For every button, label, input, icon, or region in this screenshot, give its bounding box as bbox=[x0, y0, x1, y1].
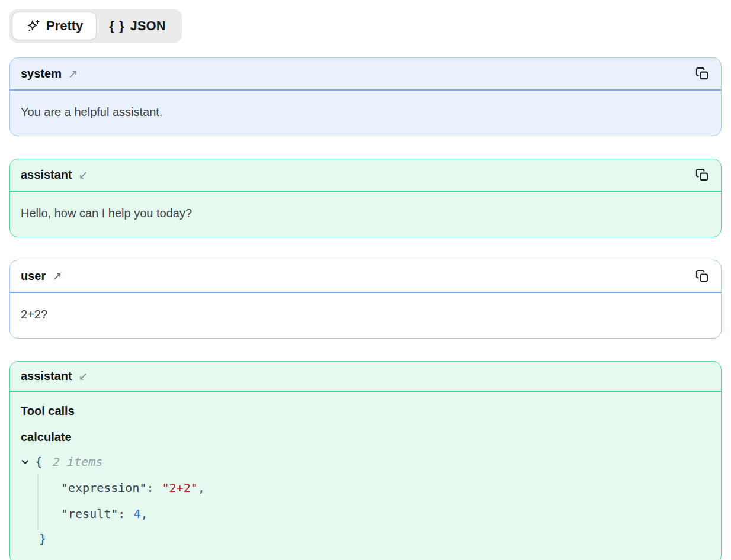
copy-icon bbox=[695, 67, 709, 81]
open-brace: { bbox=[35, 455, 42, 469]
role-label: system bbox=[21, 67, 62, 81]
json-key: "expression": bbox=[61, 481, 154, 495]
copy-button[interactable] bbox=[694, 167, 710, 183]
copy-button[interactable] bbox=[694, 268, 710, 284]
json-view-tab[interactable]: { } JSON bbox=[96, 12, 178, 40]
message-header: user ↗ bbox=[10, 260, 721, 293]
items-count-label: 2 items bbox=[53, 455, 102, 469]
json-property-row: "result": 4 , bbox=[21, 501, 710, 527]
pretty-view-tab[interactable]: Pretty bbox=[12, 12, 96, 40]
arrow-down-left-icon: ↙ bbox=[79, 169, 88, 181]
tool-name: calculate bbox=[21, 430, 710, 444]
comma: , bbox=[198, 481, 205, 495]
chevron-down-icon[interactable] bbox=[21, 458, 30, 466]
copy-icon bbox=[695, 168, 709, 182]
role-label: assistant bbox=[21, 369, 72, 383]
arrow-up-right-icon: ↗ bbox=[52, 271, 62, 282]
tool-calls-section: Tool calls calculate { 2 items "expressi… bbox=[10, 392, 721, 560]
message-header: assistant ↙ bbox=[10, 362, 721, 392]
tool-calls-heading: Tool calls bbox=[21, 404, 710, 418]
curly-braces-icon: { } bbox=[109, 18, 124, 34]
indent-guide bbox=[37, 474, 39, 530]
message-card-assistant-tool-calls: assistant ↙ Tool calls calculate { 2 ite… bbox=[9, 361, 722, 560]
sparkle-icon bbox=[25, 18, 41, 34]
json-tab-label: JSON bbox=[130, 18, 166, 34]
json-property-row: "expression": "2+2" , bbox=[21, 475, 710, 501]
json-key: "result": bbox=[61, 507, 125, 521]
json-number-value: 4 bbox=[133, 507, 140, 521]
role-label: assistant bbox=[21, 168, 72, 182]
view-mode-toggle: Pretty { } JSON bbox=[9, 9, 182, 43]
message-header: assistant ↙ bbox=[10, 159, 721, 192]
message-content: Hello, how can I help you today? bbox=[10, 192, 721, 237]
message-header: system ↗ bbox=[10, 58, 721, 91]
json-string-value: "2+2" bbox=[162, 481, 198, 495]
json-tree-close-row: } bbox=[21, 527, 710, 551]
close-brace: } bbox=[39, 532, 46, 546]
comma: , bbox=[140, 507, 148, 521]
pretty-tab-label: Pretty bbox=[46, 18, 83, 34]
json-tree-root-row: { 2 items bbox=[21, 449, 710, 475]
arrow-down-left-icon: ↙ bbox=[79, 371, 88, 382]
message-card-user: user ↗ 2+2? bbox=[9, 260, 722, 339]
arrow-up-right-icon: ↗ bbox=[68, 68, 78, 79]
message-content: You are a helpful assistant. bbox=[10, 91, 721, 136]
message-card-assistant: assistant ↙ Hello, how can I help you to… bbox=[9, 159, 722, 237]
message-content: 2+2? bbox=[10, 293, 721, 338]
copy-icon bbox=[695, 269, 709, 283]
json-tree-viewer: { 2 items "expression": "2+2" , "result"… bbox=[21, 449, 710, 551]
copy-button[interactable] bbox=[694, 66, 710, 82]
message-card-system: system ↗ You are a helpful assistant. bbox=[9, 57, 722, 136]
role-label: user bbox=[21, 269, 46, 283]
